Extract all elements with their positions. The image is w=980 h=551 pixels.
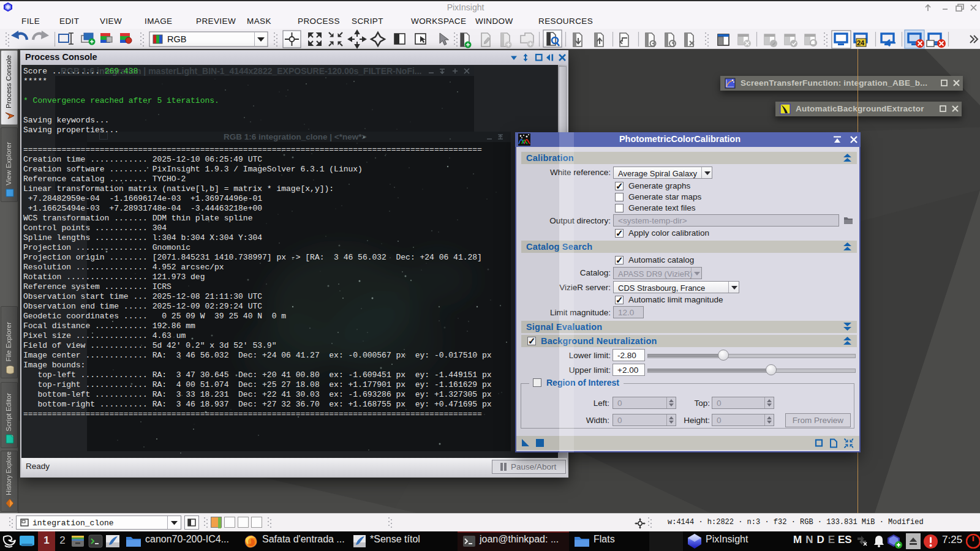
svg-text:RGB: RGB (167, 34, 186, 44)
svg-text:24: 24 (857, 39, 865, 47)
